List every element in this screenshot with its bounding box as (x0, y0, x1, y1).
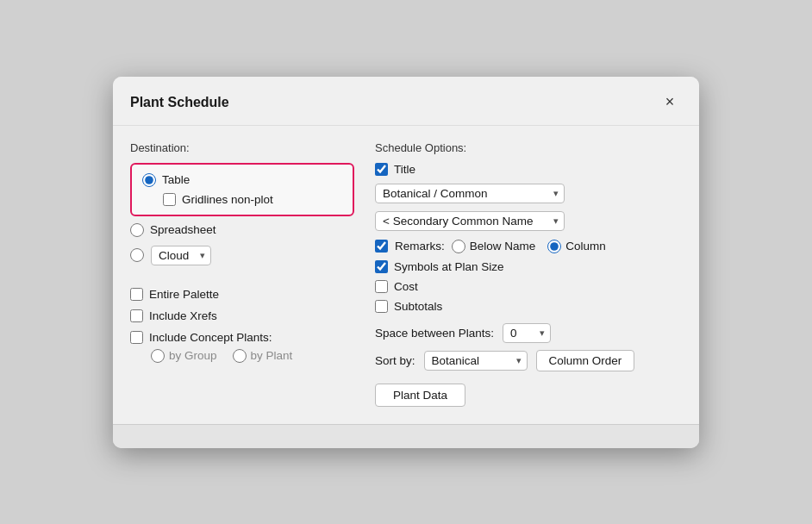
below-name-text: Below Name (470, 240, 536, 253)
symbols-checkbox[interactable] (375, 260, 388, 273)
cloud-row: Cloud (130, 246, 354, 265)
include-concept-label: Include Concept Plants: (149, 331, 272, 344)
dialog-body: Destination: Table Gridlines non-plot Sp… (113, 126, 699, 424)
column-text: Column (565, 240, 606, 253)
by-group-radio[interactable] (151, 349, 165, 363)
subtotals-row: Subtotals (375, 300, 682, 313)
gridlines-checkbox[interactable] (163, 193, 176, 206)
title-label: Title (394, 163, 415, 176)
cost-row: Cost (375, 280, 682, 293)
subtotals-checkbox[interactable] (375, 300, 388, 313)
include-concept-checkbox[interactable] (130, 331, 143, 344)
cloud-dropdown[interactable]: Cloud (151, 246, 211, 265)
secondary-dropdown-row: < Secondary Common Name None (375, 211, 682, 231)
spreadsheet-label: Spreadsheet (150, 223, 216, 236)
sort-dropdown[interactable]: Botanical Common Symbol (424, 351, 528, 371)
space-label: Space between Plants: (375, 327, 494, 340)
include-xrefs-label: Include Xrefs (149, 309, 217, 322)
schedule-options-label: Schedule Options: (375, 141, 682, 154)
symbols-row: Symbols at Plan Size (375, 260, 682, 273)
column-radio[interactable] (547, 240, 561, 253)
bottom-bar (113, 424, 699, 448)
include-xrefs-row: Include Xrefs (130, 309, 354, 322)
cost-label: Cost (394, 280, 418, 293)
sort-row: Sort by: Botanical Common Symbol Column … (375, 350, 682, 371)
plant-data-row: Plant Data (375, 384, 682, 407)
symbols-label: Symbols at Plan Size (394, 260, 504, 273)
name-select-wrapper: Botanical / Common Botanical Common (375, 184, 565, 203)
sort-label: Sort by: (375, 354, 415, 367)
by-plant-radio[interactable] (233, 349, 247, 363)
include-xrefs-checkbox[interactable] (130, 309, 143, 322)
title-bar: Plant Schedule × (113, 77, 699, 126)
by-group-text: by Group (169, 349, 217, 362)
close-button[interactable]: × (658, 90, 682, 115)
space-dropdown[interactable]: 0 1 2 3 (503, 323, 551, 343)
column-label: Column (547, 240, 606, 253)
remarks-row: Remarks: Below Name Column (375, 240, 682, 253)
entire-palette-row: Entire Palette (130, 288, 354, 301)
cloud-radio[interactable] (130, 248, 144, 262)
right-panel: Schedule Options: Title Botanical / Comm… (375, 141, 682, 407)
secondary-dropdown[interactable]: < Secondary Common Name None (375, 211, 565, 231)
entire-palette-label: Entire Palette (149, 288, 219, 301)
remarks-checkbox[interactable] (375, 240, 388, 253)
space-select-wrapper: 0 1 2 3 (503, 323, 551, 343)
space-row: Space between Plants: 0 1 2 3 (375, 323, 682, 343)
dialog-title: Plant Schedule (130, 95, 229, 110)
entire-palette-checkbox[interactable] (130, 288, 143, 301)
table-highlight-box: Table Gridlines non-plot (130, 163, 354, 216)
title-checkbox[interactable] (375, 163, 388, 176)
concept-sub-radios: by Group by Plant (130, 349, 354, 363)
remarks-position-group: Below Name Column (452, 240, 606, 253)
gridlines-row: Gridlines non-plot (142, 193, 342, 206)
subtotals-label: Subtotals (394, 300, 442, 313)
column-order-button[interactable]: Column Order (536, 350, 635, 371)
include-concept-row: Include Concept Plants: (130, 331, 354, 344)
below-name-label: Below Name (452, 240, 536, 253)
by-plant-label: by Plant (233, 349, 293, 363)
left-panel: Destination: Table Gridlines non-plot Sp… (130, 141, 354, 407)
sort-select-wrapper: Botanical Common Symbol (424, 351, 528, 371)
name-dropdown-row: Botanical / Common Botanical Common (375, 184, 682, 203)
spreadsheet-radio[interactable] (130, 223, 144, 237)
below-name-radio[interactable] (452, 240, 465, 253)
title-row: Title (375, 163, 682, 176)
secondary-select-wrapper: < Secondary Common Name None (375, 211, 565, 231)
destination-label: Destination: (130, 141, 354, 154)
cloud-select-wrapper: Cloud (151, 246, 211, 265)
table-radio[interactable] (142, 173, 156, 187)
by-group-label: by Group (151, 349, 217, 363)
spreadsheet-radio-row: Spreadsheet (130, 223, 354, 237)
table-label: Table (162, 173, 190, 186)
cost-checkbox[interactable] (375, 280, 388, 293)
plant-schedule-dialog: Plant Schedule × Destination: Table Grid… (113, 77, 699, 448)
name-dropdown[interactable]: Botanical / Common Botanical Common (375, 184, 565, 203)
table-radio-row: Table (142, 173, 342, 187)
by-plant-text: by Plant (251, 349, 293, 362)
gridlines-label: Gridlines non-plot (182, 193, 273, 206)
plant-data-button[interactable]: Plant Data (375, 384, 465, 407)
remarks-label: Remarks: (395, 240, 445, 253)
